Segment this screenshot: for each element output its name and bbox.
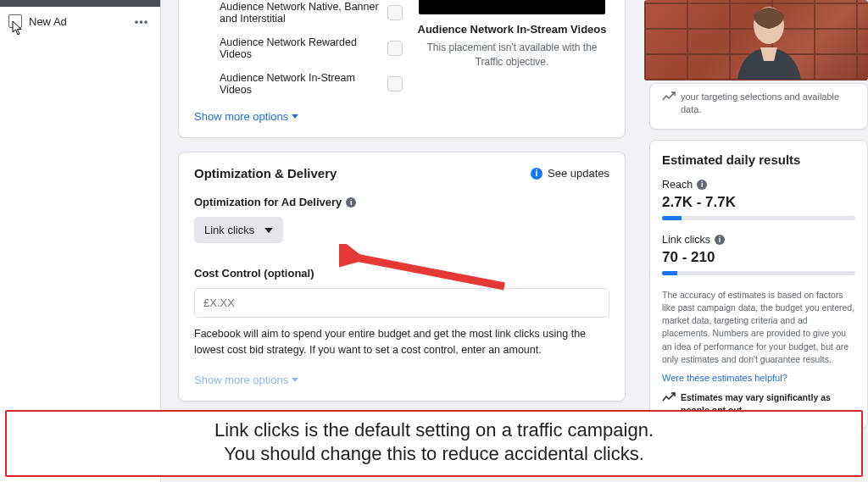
placement-label: Audience Network Native, Banner and Inte… bbox=[220, 1, 382, 25]
chevron-down-icon bbox=[292, 378, 298, 382]
reach-meter-fill bbox=[662, 216, 682, 220]
placement-option[interactable]: Audience Network In-Stream Videos bbox=[194, 66, 403, 102]
targeting-note-text: your targeting selections and available … bbox=[681, 91, 855, 117]
placement-option[interactable]: Audience Network Native, Banner and Inte… bbox=[194, 0, 403, 30]
cost-field-label: Cost Control (optional) bbox=[194, 267, 609, 280]
estimated-results-title: Estimated daily results bbox=[662, 152, 855, 167]
info-icon[interactable]: i bbox=[697, 180, 707, 190]
reach-label: Reach bbox=[662, 179, 693, 191]
placement-preview: Audience Network In-Stream Videos This p… bbox=[415, 0, 609, 102]
clicks-label: Link clicks bbox=[662, 234, 710, 246]
show-more-label: Show more options bbox=[194, 374, 288, 386]
preview-subtitle: This placement isn't available with the … bbox=[415, 41, 609, 69]
clicks-meter bbox=[662, 271, 855, 275]
accuracy-text: The accuracy of estimates is based on fa… bbox=[662, 289, 855, 366]
checkbox-icon[interactable] bbox=[387, 76, 403, 91]
delivery-field-label: Optimization for Ad Delivery i bbox=[194, 196, 609, 208]
info-icon: i bbox=[531, 168, 542, 180]
caption-line-1: Link clicks is the default setting on a … bbox=[24, 418, 844, 443]
preview-thumbnail bbox=[419, 0, 605, 14]
show-more-link[interactable]: Show more options bbox=[194, 374, 298, 386]
trend-icon bbox=[662, 392, 676, 402]
reach-meter bbox=[662, 216, 855, 220]
see-updates-label: See updates bbox=[548, 167, 609, 180]
presenter-thumbnail bbox=[644, 0, 868, 80]
placement-label: Audience Network In-Stream Videos bbox=[220, 72, 382, 96]
reach-value: 2.7K - 7.7K bbox=[662, 194, 855, 211]
show-more-label: Show more options bbox=[194, 110, 288, 123]
dropdown-value: Link clicks bbox=[204, 224, 254, 236]
trend-icon bbox=[662, 91, 676, 102]
placements-list: apps and websites Audience Network Nativ… bbox=[194, 0, 403, 102]
helpful-link[interactable]: Were these estimates helpful? bbox=[662, 373, 855, 383]
sidebar-top-bar bbox=[0, 0, 160, 7]
checkbox-icon[interactable] bbox=[387, 41, 403, 56]
clicks-metric: Link clicks i 70 - 210 bbox=[662, 234, 855, 275]
cost-help-text: Facebook will aim to spend your entire b… bbox=[194, 326, 609, 358]
delivery-dropdown[interactable]: Link clicks bbox=[194, 217, 283, 243]
more-icon[interactable]: ••• bbox=[133, 15, 150, 28]
optimization-title: Optimization & Delivery bbox=[194, 166, 337, 180]
sidebar-item-new-ad[interactable]: New Ad ••• bbox=[0, 7, 160, 36]
preview-title: Audience Network In-Stream Videos bbox=[415, 23, 609, 36]
caption-line-2: You should change this to reduce acciden… bbox=[24, 442, 844, 467]
clicks-value: 70 - 210 bbox=[662, 249, 855, 266]
placement-option[interactable]: Audience Network Rewarded Videos bbox=[194, 30, 403, 66]
estimated-results-card: Estimated daily results Reach i 2.7K - 7… bbox=[649, 140, 868, 429]
ad-icon bbox=[10, 16, 22, 28]
see-updates-link[interactable]: i See updates bbox=[531, 167, 609, 180]
reach-metric: Reach i 2.7K - 7.7K bbox=[662, 179, 855, 220]
chevron-down-icon bbox=[264, 228, 273, 233]
info-icon[interactable]: i bbox=[346, 197, 356, 208]
person-icon bbox=[725, 3, 814, 80]
checkbox-icon[interactable] bbox=[387, 5, 403, 20]
caption-annotation: Link clicks is the default setting on a … bbox=[5, 410, 863, 477]
info-icon[interactable]: i bbox=[715, 235, 725, 245]
show-more-link[interactable]: Show more options bbox=[194, 110, 298, 123]
chevron-down-icon bbox=[292, 114, 298, 119]
optimization-card: Optimization & Delivery i See updates Op… bbox=[178, 152, 626, 402]
clicks-meter-fill bbox=[662, 271, 677, 275]
cost-input[interactable] bbox=[194, 288, 609, 318]
targeting-note-card: your targeting selections and available … bbox=[649, 83, 868, 130]
placements-card: apps and websites Audience Network Nativ… bbox=[178, 0, 626, 138]
sidebar-item-label: New Ad bbox=[29, 15, 67, 28]
placement-label: Audience Network Rewarded Videos bbox=[220, 36, 382, 60]
